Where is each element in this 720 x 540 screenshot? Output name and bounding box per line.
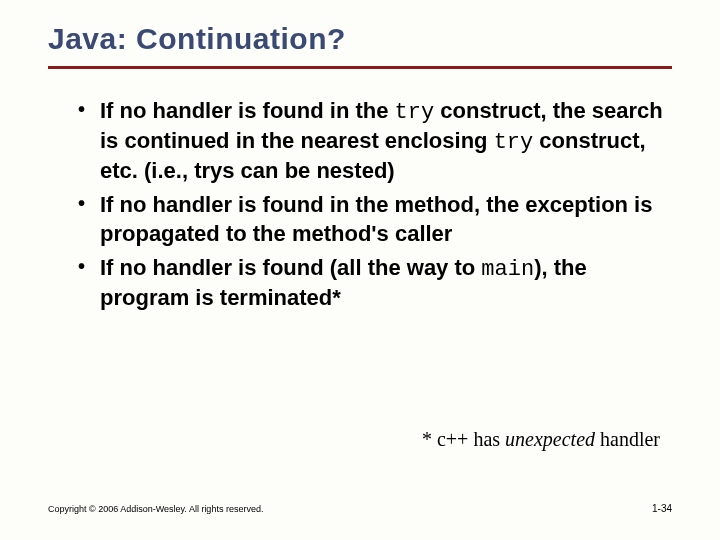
footnote-text: * c++ has bbox=[422, 428, 505, 450]
footnote: * c++ has unexpected handler bbox=[422, 428, 660, 451]
slide: Java: Continuation? If no handler is fou… bbox=[0, 0, 720, 540]
code-span: try bbox=[395, 100, 435, 125]
bullet-list: If no handler is found in the try constr… bbox=[48, 97, 672, 312]
bullet-text: If no handler is found in the bbox=[100, 98, 395, 123]
bullet-item: If no handler is found (all the way to m… bbox=[78, 254, 672, 312]
bullet-text: If no handler is found in the method, th… bbox=[100, 192, 652, 245]
copyright: Copyright © 2006 Addison-Wesley. All rig… bbox=[48, 504, 263, 514]
footnote-text: handler bbox=[595, 428, 660, 450]
code-span: try bbox=[494, 130, 534, 155]
bullet-item: If no handler is found in the method, th… bbox=[78, 191, 672, 247]
bullet-item: If no handler is found in the try constr… bbox=[78, 97, 672, 185]
slide-title: Java: Continuation? bbox=[48, 22, 672, 56]
bullet-text: If no handler is found (all the way to bbox=[100, 255, 481, 280]
footnote-em: unexpected bbox=[505, 428, 595, 450]
title-rule bbox=[48, 66, 672, 69]
code-span: main bbox=[481, 257, 534, 282]
page-number: 1-34 bbox=[652, 503, 672, 514]
